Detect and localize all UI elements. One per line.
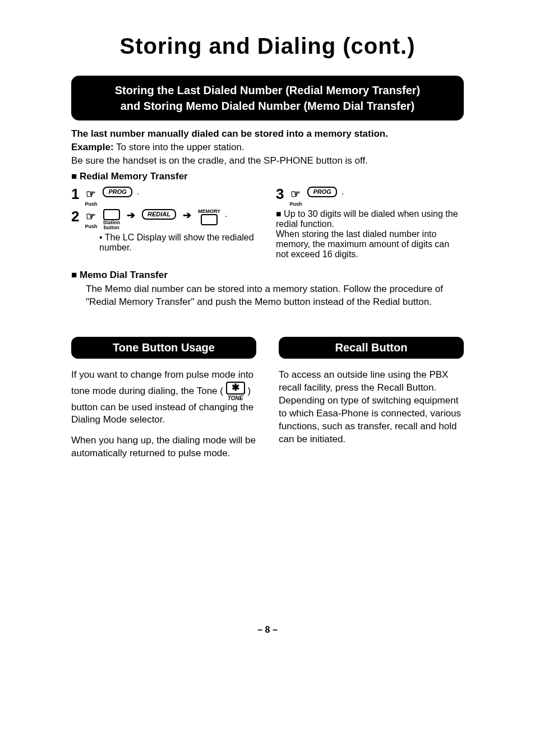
recall-body: To access an outside line using the PBX … [279, 369, 464, 446]
heading-tone: Tone Button Usage [71, 337, 256, 359]
tone-p1: If you want to change from pulse mode in… [71, 369, 256, 427]
memory-label: MEMORY [198, 209, 220, 214]
banner-line1: Storing the Last Dialed Number (Redial M… [82, 82, 453, 98]
finger-push-icon: ☞ [84, 187, 98, 201]
push-label: Push [85, 224, 97, 229]
banner-line2: and Storing Memo Dialed Number (Memo Dia… [82, 98, 453, 114]
period: . [225, 209, 227, 219]
push-icon-3: ☞ Push [288, 187, 303, 207]
arrow-icon: ➔ [127, 209, 135, 221]
lc-display-note: The LC Display will show the redialed nu… [99, 233, 259, 253]
recall-section: Recall Button To access an outside line … [279, 337, 464, 468]
push-icon-2: ☞ Push [84, 209, 98, 229]
heading-redial-memory: Redial Memory Transfer [71, 171, 464, 182]
example-text: To store into the upper station. [114, 142, 245, 152]
period: . [137, 187, 139, 197]
intro-line3: Be sure the handset is on the cradle, an… [71, 155, 464, 166]
step-1: 1 ☞ Push PROG . [71, 187, 259, 207]
page: Storing and Dialing (cont.) Storing the … [38, 0, 497, 669]
recall-p1: To access an outside line using the PBX … [279, 369, 464, 446]
memo-dial-text: The Memo dial number can be stored into … [86, 283, 464, 309]
step-3-number: 3 [276, 187, 284, 201]
redial-button: REDIAL [142, 209, 176, 220]
intro-block: The last number manually dialed can be s… [71, 128, 464, 166]
tone-body: If you want to change from pulse mode in… [71, 369, 256, 460]
step-1-number: 1 [71, 187, 79, 201]
finger-push-icon: ☞ [288, 187, 303, 201]
station-button-stack: Station button [103, 209, 120, 230]
step-2-number: 2 [71, 209, 79, 224]
finger-push-icon: ☞ [84, 209, 98, 224]
push-icon-1: ☞ Push [84, 187, 98, 207]
button-label: button [104, 225, 119, 230]
period: . [342, 187, 344, 197]
page-number: – 8 – [71, 625, 464, 635]
example-label: Example: [71, 142, 114, 152]
section-banner-storing: Storing the Last Dialed Number (Redial M… [71, 76, 464, 120]
memory-button-stack: MEMORY [198, 209, 220, 225]
heading-memo-dial: Memo Dial Transfer [71, 270, 464, 281]
redial-columns: 1 ☞ Push PROG . 2 ☞ Push Station butto [71, 184, 464, 265]
digits-note: Up to 30 digits will be dialed when usin… [276, 209, 464, 259]
arrow-icon: ➔ [183, 209, 191, 221]
station-button-icon [103, 209, 120, 220]
page-title: Storing and Dialing (cont.) [71, 34, 464, 59]
step-3: 3 ☞ Push PROG . [276, 187, 464, 207]
heading-recall: Recall Button [279, 337, 464, 359]
intro-line1: The last number manually dialed can be s… [71, 128, 464, 140]
push-label: Push [289, 201, 302, 207]
lower-sections: Tone Button Usage If you want to change … [71, 337, 464, 468]
redial-right: 3 ☞ Push PROG . Up to 30 digits will be … [276, 184, 464, 265]
push-label: Push [85, 201, 97, 207]
redial-left: 1 ☞ Push PROG . 2 ☞ Push Station butto [71, 184, 259, 265]
tone-label: TONE [228, 396, 243, 401]
tone-star-stack: ✱ TONE [226, 382, 245, 401]
intro-example: Example: To store into the upper station… [71, 142, 464, 153]
star-button: ✱ [226, 382, 245, 395]
tone-section: Tone Button Usage If you want to change … [71, 337, 256, 468]
memory-button-icon [201, 214, 218, 225]
step-2: 2 ☞ Push Station button ➔ REDIAL ➔ MEMOR… [71, 209, 259, 230]
tone-p2: When you hang up, the dialing mode will … [71, 434, 256, 460]
prog-button: PROG [307, 187, 336, 197]
prog-button: PROG [103, 187, 132, 197]
